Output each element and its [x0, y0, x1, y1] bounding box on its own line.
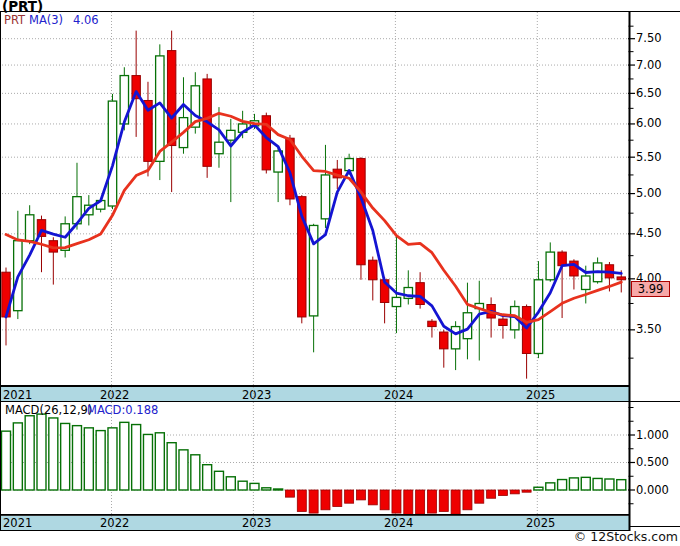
macd-positive-bar [534, 487, 543, 490]
main-chart-legend: PRT MA(3) 4.06 [4, 13, 25, 27]
macd-positive-bar [581, 477, 590, 490]
macd-negative-bar [487, 490, 496, 498]
macd-positive-bar [132, 425, 141, 490]
macd-positive-bar [179, 450, 188, 490]
up-candle-body [321, 175, 329, 219]
price-axis-tick-label: 6.50 [636, 86, 680, 100]
macd-negative-bar [368, 490, 377, 505]
macd-positive-bar [143, 434, 152, 490]
down-candle-body [499, 319, 507, 325]
macd-positive-bar [25, 416, 34, 490]
main-panel-bottom-spine [1, 385, 630, 387]
macd-positive-bar [72, 426, 81, 490]
macd-positive-bar [2, 431, 11, 490]
macd-negative-bar [510, 490, 519, 494]
macd-positive-bar [49, 418, 58, 490]
up-candle-body [546, 252, 554, 280]
stock-chart-page: (PRT) 20212022202320242025 2021202220232… [0, 0, 680, 546]
up-candle-body [227, 130, 235, 140]
macd-axis-tick-label: 1.000 [636, 428, 680, 442]
macd-panel-bottom-spine [1, 514, 630, 516]
macd-positive-bar [120, 422, 129, 490]
ma3-legend-value: 4.06 [73, 13, 99, 27]
price-axis-tick-label: 7.50 [636, 31, 680, 45]
macd-negative-bar [498, 490, 507, 496]
macd-negative-bar [285, 490, 294, 497]
macd-positive-bar [61, 423, 70, 490]
down-candle-body [357, 159, 365, 265]
macd-positive-bar [274, 489, 283, 490]
macd-positive-bar [37, 414, 46, 490]
macd-positive-bar [84, 428, 93, 490]
watermark-copyright: © 12Stocks.com [574, 529, 678, 544]
macd-positive-bar [226, 477, 235, 490]
price-axis-tick-label: 7.00 [636, 58, 680, 72]
macd-positive-bar [96, 431, 105, 490]
macd-negative-bar [321, 490, 330, 510]
up-candle-body [392, 297, 400, 306]
macd-positive-bar [250, 483, 259, 490]
ma3-legend-label: MA(3) [29, 13, 63, 27]
price-axis-tick-label: 4.50 [636, 226, 680, 240]
up-candle-body [215, 142, 223, 154]
macd-positive-bar [569, 478, 578, 490]
macd-positive-bar [203, 465, 212, 490]
macd-positive-bar [546, 483, 555, 490]
macd-positive-bar [262, 488, 271, 490]
price-axis-tick-label: 6.00 [636, 116, 680, 130]
macd-positive-bar [13, 423, 22, 490]
down-candle-body [167, 51, 175, 146]
up-candle-body [345, 159, 353, 171]
macd-negative-bar [345, 490, 354, 503]
macd-negative-bar [404, 490, 413, 515]
macd-positive-bar [558, 480, 567, 490]
macd-negative-bar [439, 490, 448, 511]
chart-canvas [0, 0, 680, 546]
macd-positive-bar [155, 433, 164, 490]
macd-positive-bar [593, 478, 602, 490]
price-axis-tick-label: 5.00 [636, 186, 680, 200]
up-candle-body [582, 276, 590, 290]
macd-positive-bar [167, 443, 176, 490]
macd-negative-bar [392, 490, 401, 513]
macd-negative-bar [416, 490, 425, 514]
up-candle-body [25, 215, 33, 241]
macd-negative-bar [297, 490, 306, 511]
macd-positive-bar [191, 455, 200, 490]
macd-negative-bar [463, 490, 472, 510]
macd-axis-tick-label: 0.000 [636, 483, 680, 497]
macd-value-label: MACD:0.188 [87, 403, 158, 417]
macd-positive-bar [238, 481, 247, 490]
macd-negative-bar [451, 490, 460, 514]
macd-positive-bar [108, 428, 117, 490]
down-candle-body [558, 252, 566, 266]
macd-params-label: MACD(26,12,9) [5, 403, 92, 417]
down-candle-body [428, 321, 436, 326]
macd-positive-bar [214, 471, 223, 490]
macd-axis-tick-label: 0.500 [636, 455, 680, 469]
macd-negative-bar [309, 490, 318, 513]
macd-negative-bar [522, 490, 531, 492]
macd-negative-bar [427, 490, 436, 513]
macd-negative-bar [475, 490, 484, 503]
macd-negative-bar [333, 490, 342, 507]
price-axis-tick-label: 3.50 [636, 322, 680, 336]
down-candle-body [522, 307, 530, 354]
down-candle-body [617, 277, 625, 280]
macd-negative-bar [380, 490, 389, 510]
macd-negative-bar [356, 490, 365, 500]
down-candle-body [369, 260, 377, 280]
price-axis-tick-label: 4.00 [636, 271, 680, 285]
down-candle-body [416, 283, 424, 305]
price-axis-tick-label: 5.50 [636, 150, 680, 164]
macd-positive-bar [605, 479, 614, 490]
macd-positive-bar [617, 480, 626, 490]
macd-legend: MACD(26,12,9) MACD:0.188 [5, 403, 92, 417]
ticker-symbol-label: PRT [4, 13, 25, 27]
up-candle-body [451, 327, 459, 349]
down-candle-body [440, 332, 448, 349]
